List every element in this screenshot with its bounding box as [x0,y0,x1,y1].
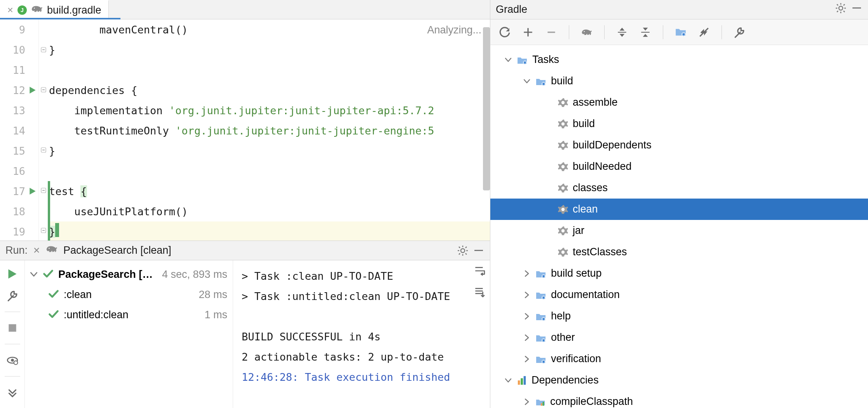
chevron-right-icon[interactable] [523,312,531,320]
gradle-node-compileClasspath[interactable]: compileClasspath [490,391,868,408]
gear-icon [558,119,568,129]
chevron-right-icon[interactable] [523,334,531,342]
chevron-right-icon[interactable] [523,355,531,363]
code-line[interactable]: mavenCentral() [48,19,490,40]
run-tree-row[interactable]: :untitled:clean1 ms [27,305,230,325]
gutter-line[interactable]: 15 [0,141,38,161]
gradle-node-other[interactable]: other [490,327,868,348]
chevron-down-icon[interactable] [504,56,512,64]
code-line[interactable]: testRuntimeOnly 'org.junit.jupiter:junit… [48,120,490,141]
run-tree-row[interactable]: :clean28 ms [27,284,230,305]
rerun-icon[interactable] [7,268,18,280]
gradle-node-Tasks[interactable]: Tasks [490,49,868,70]
chevron-right-icon[interactable] [523,398,531,406]
fold-cell[interactable] [39,201,48,221]
chevron-down-icon[interactable] [30,270,38,279]
run-gutter-icon[interactable] [28,86,37,94]
gradle-task-buildDependents[interactable]: buildDependents [490,134,868,156]
run-tree-row[interactable]: PackageSearch [clean]4 sec, 893 ms [27,264,230,284]
gutter-line[interactable]: 12 [0,80,38,100]
gradle-node-build[interactable]: build [490,70,868,92]
chevron-down-icon[interactable] [504,377,512,384]
fold-cell[interactable] [39,120,48,140]
gutter-line[interactable]: 10 [0,40,38,60]
minimize-icon[interactable] [852,3,863,16]
gear-icon[interactable] [457,245,468,256]
editor-gutter[interactable]: 910111213141516171819 [0,19,39,241]
scroll-to-end-icon[interactable] [474,286,485,300]
fold-cell[interactable] [39,220,48,241]
run-panel-label: Run: [5,244,28,256]
gradle-task-clean[interactable]: clean [490,199,868,220]
chevron-right-icon[interactable] [523,291,531,299]
wrench-icon[interactable] [734,26,745,38]
code-line[interactable]: } [48,221,490,241]
editor-fold-column[interactable] [39,19,48,241]
stop-icon[interactable] [7,322,18,334]
more-icon[interactable] [7,387,18,398]
fold-cell[interactable] [39,140,48,160]
soft-wrap-icon[interactable] [474,265,485,279]
wrench-icon[interactable] [7,290,18,302]
gutter-line[interactable]: 13 [0,100,38,120]
run-config-title[interactable]: PackageSearch [clean] [63,244,171,256]
collapse-all-icon[interactable] [640,26,651,38]
fold-cell[interactable] [39,160,48,180]
expand-all-icon[interactable] [616,26,628,38]
gradle-node-help[interactable]: help [490,305,868,327]
gradle-node-Dependencies[interactable]: Dependencies [490,370,868,391]
close-icon[interactable]: ✕ [7,5,14,15]
editor-code-area[interactable]: mavenCentral()}dependencies { implementa… [48,19,490,241]
code-line[interactable]: test { [48,181,490,201]
add-icon[interactable] [522,26,534,38]
refresh-icon[interactable] [499,26,511,38]
run-task-tree[interactable]: PackageSearch [clean]4 sec, 893 ms:clean… [25,260,233,408]
offline-mode-icon[interactable] [698,26,710,38]
vertical-scrollbar[interactable] [483,27,490,190]
gutter-line[interactable]: 17 [0,181,38,201]
code-line[interactable]: } [48,40,490,60]
gradle-node-verification[interactable]: verification [490,348,868,370]
watch-icon[interactable] [7,354,18,366]
gradle-node-build-setup[interactable]: build setup [490,263,868,284]
project-structure-icon[interactable] [675,26,687,38]
fold-cell[interactable] [39,100,48,120]
gear-icon[interactable] [835,3,846,16]
gradle-task-build[interactable]: build [490,113,868,134]
gradle-elephant-icon [31,4,43,16]
chevron-down-icon[interactable] [523,77,531,85]
fold-cell[interactable] [39,59,48,80]
gradle-task-classes[interactable]: classes [490,177,868,199]
gutter-line[interactable]: 14 [0,120,38,141]
gutter-line[interactable]: 16 [0,161,38,181]
run-gutter-icon[interactable] [28,187,37,195]
gradle-tree[interactable]: TasksbuildassemblebuildbuildDependentsbu… [490,45,868,408]
fold-cell[interactable] [39,40,48,60]
code-line[interactable]: dependencies { [48,80,490,100]
close-icon[interactable]: ✕ [33,246,40,256]
gradle-node-documentation[interactable]: documentation [490,284,868,305]
fold-cell[interactable] [39,180,48,201]
remove-icon[interactable] [546,26,557,38]
gradle-task-buildNeeded[interactable]: buildNeeded [490,156,868,177]
fold-cell[interactable] [39,80,48,100]
run-console[interactable]: > Task :clean UP-TO-DATE> Task :untitled… [233,260,490,408]
minimize-icon[interactable] [474,245,485,256]
chevron-right-icon[interactable] [523,270,531,277]
gradle-task-jar[interactable]: jar [490,220,868,241]
editor-tab-build-gradle[interactable]: ✕ J build.gradle [0,0,109,19]
gradle-elephant-icon[interactable] [581,26,593,38]
code-line[interactable] [48,60,490,80]
code-line[interactable]: useJUnitPlatform() [48,201,490,221]
code-line[interactable]: } [48,141,490,161]
code-line[interactable] [48,161,490,181]
gutter-line[interactable]: 11 [0,60,38,80]
code-line[interactable]: implementation 'org.junit.jupiter:junit-… [48,100,490,120]
fold-cell[interactable] [39,19,48,40]
gutter-line[interactable]: 9 [0,19,38,40]
gradle-task-assemble[interactable]: assemble [490,92,868,113]
gradle-task-testClasses[interactable]: testClasses [490,241,868,263]
editor[interactable]: 910111213141516171819 mavenCentral()}dep… [0,19,490,241]
gutter-line[interactable]: 19 [0,221,38,241]
gutter-line[interactable]: 18 [0,201,38,221]
